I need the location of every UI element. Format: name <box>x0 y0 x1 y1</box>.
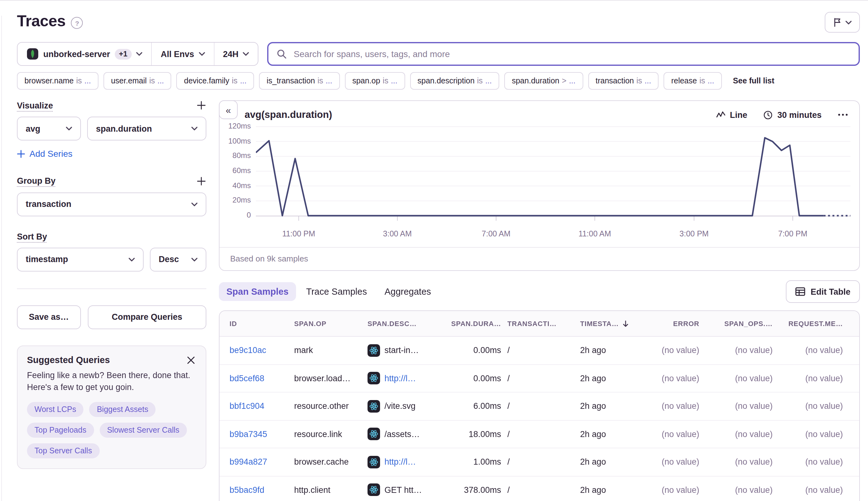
span-id-link[interactable]: be9c10ac <box>230 346 266 355</box>
column-header-span-desc-[interactable]: SPAN.DESC… <box>368 320 451 327</box>
save-as-button[interactable]: Save as… <box>17 305 81 329</box>
query-sidebar: Visualize avg span.duration Add Series G… <box>17 100 207 469</box>
suggested-query-chip[interactable]: Biggest Assets <box>89 402 156 417</box>
timestamp[interactable]: 2h ago <box>580 402 606 411</box>
table-header-row: IDSPAN.OPSPAN.DESC…SPAN.DURA…TRANSACTI…T… <box>220 311 859 337</box>
suggested-query-chip[interactable]: Top Server Calls <box>27 443 99 458</box>
column-header-label: SPAN.OP <box>294 320 326 327</box>
span-description-cell: http://l… <box>368 372 451 385</box>
filter-chip[interactable]: is_transactionis... <box>259 72 340 90</box>
filter-chip-operator: is <box>477 76 483 85</box>
suggested-query-chip[interactable]: Worst LCPs <box>27 402 84 417</box>
filter-chip[interactable]: browser.nameis... <box>17 72 98 90</box>
chart-plot-area[interactable]: 11:00 PM3:00 AM7:00 AM11:00 AM3:00 PM7:0… <box>256 122 850 247</box>
span-id-link[interactable]: b994a827 <box>230 457 267 467</box>
column-header-label: TIMESTA… <box>580 320 619 327</box>
add-series-button[interactable]: Add Series <box>17 149 72 159</box>
error-cell: (no value) <box>648 457 706 467</box>
table-row: b5bac9fdhttp.client GET htt…378.00ms/2h … <box>220 476 859 501</box>
filter-chip[interactable]: user.emailis... <box>104 72 171 90</box>
filter-chip[interactable]: span.opis... <box>345 72 405 90</box>
page-title: Traces <box>17 12 65 30</box>
timestamp[interactable]: 2h ago <box>580 457 606 467</box>
filter-chip[interactable]: span.descriptionis... <box>410 72 499 90</box>
timestamp[interactable]: 2h ago <box>580 346 606 355</box>
x-axis-label: 11:00 AM <box>579 230 611 238</box>
collapse-sidebar-button[interactable]: « <box>219 100 238 119</box>
sort-direction-select[interactable]: Desc <box>150 247 207 271</box>
timestamp-cell: 2h ago <box>580 346 648 355</box>
y-axis-label: 120ms <box>228 122 251 130</box>
filter-chip-key: span.op <box>352 76 380 85</box>
column-header-request-me-[interactable]: REQUEST.ME… <box>779 320 849 327</box>
filter-chip[interactable]: device.familyis... <box>177 72 254 90</box>
close-suggested-button[interactable] <box>186 354 196 365</box>
span-description: start-in… <box>384 346 419 355</box>
span-id-link[interactable]: bd5cef68 <box>230 374 264 383</box>
column-header-timesta-[interactable]: TIMESTA… <box>580 319 648 328</box>
timestamp[interactable]: 2h ago <box>580 485 606 495</box>
feature-flag-button[interactable] <box>825 12 860 33</box>
span-description[interactable]: http://l… <box>384 457 416 467</box>
environment-selector[interactable]: All Envs <box>152 43 213 65</box>
span-description-cell: http://l… <box>368 456 451 468</box>
search-input[interactable] <box>293 48 850 60</box>
filter-chip-operator: is <box>317 76 323 85</box>
chevron-down-icon <box>191 257 198 261</box>
group-by-select[interactable]: transaction <box>17 192 207 216</box>
span-id-link[interactable]: bbf1c904 <box>230 402 264 411</box>
filter-chip-operator: is <box>699 76 705 85</box>
filter-chip[interactable]: transactionis... <box>588 72 658 90</box>
timestamp[interactable]: 2h ago <box>580 374 606 383</box>
column-header-id[interactable]: ID <box>230 320 294 327</box>
span-id-link[interactable]: b5bac9fd <box>230 485 264 495</box>
aggregate-select[interactable]: avg <box>17 117 81 140</box>
y-axis-label: 0 <box>247 211 251 220</box>
timestamp[interactable]: 2h ago <box>580 429 606 439</box>
span-duration-cell: 0.00ms <box>451 346 507 355</box>
column-header-transacti-[interactable]: TRANSACTI… <box>507 320 580 327</box>
time-range-selector[interactable]: 24H <box>214 43 258 65</box>
column-header-span-ops-[interactable]: SPAN_OPS.… <box>706 320 779 327</box>
tab-span-samples[interactable]: Span Samples <box>219 282 296 301</box>
time-range-label: 24H <box>223 49 239 58</box>
column-header-label: REQUEST.ME… <box>788 320 843 327</box>
search-bar[interactable] <box>267 42 860 66</box>
filter-chip[interactable]: span.duration>... <box>504 72 583 90</box>
span-description: /assets… <box>384 429 420 439</box>
column-header-span-dura-[interactable]: SPAN.DURA… <box>451 320 507 327</box>
line-chart-icon <box>716 111 725 118</box>
edit-table-button[interactable]: Edit Table <box>786 280 860 303</box>
add-group-by-button[interactable] <box>196 176 207 186</box>
timestamp-cell: 2h ago <box>580 485 648 495</box>
sort-field-select[interactable]: timestamp <box>17 247 144 271</box>
field-select[interactable]: span.duration <box>87 117 207 140</box>
span-id-cell: b5bac9fd <box>230 485 294 495</box>
tab-aggregates[interactable]: Aggregates <box>377 282 438 301</box>
timestamp-cell: 2h ago <box>580 429 648 439</box>
request-method-cell: (no value) <box>779 429 849 439</box>
project-selector[interactable]: unborked-server +1 <box>18 43 151 65</box>
tab-trace-samples[interactable]: Trace Samples <box>298 282 374 301</box>
flag-icon <box>833 18 841 27</box>
span-id-cell: bbf1c904 <box>230 402 294 411</box>
suggested-query-chip[interactable]: Top Pageloads <box>27 422 94 437</box>
span-op-cell: mark <box>294 346 368 355</box>
span-id-link[interactable]: b9ba7345 <box>230 429 267 439</box>
chart-line-series <box>256 138 824 216</box>
chart-type-button[interactable]: Line <box>716 110 747 119</box>
help-icon[interactable]: ? <box>71 17 83 29</box>
error-cell: (no value) <box>648 402 706 411</box>
column-header-error[interactable]: ERROR <box>648 320 706 327</box>
suggested-query-chip[interactable]: Slowest Server Calls <box>99 422 187 437</box>
span-description[interactable]: http://l… <box>384 374 416 383</box>
column-header-span-op[interactable]: SPAN.OP <box>294 320 368 327</box>
chart-interval-button[interactable]: 30 minutes <box>764 110 822 119</box>
filter-chip-operator: is <box>149 76 155 85</box>
see-full-list-button[interactable]: See full list <box>727 76 781 85</box>
chart-more-options-button[interactable] <box>838 114 848 116</box>
x-axis-label: 3:00 PM <box>679 230 709 238</box>
compare-queries-button[interactable]: Compare Queries <box>88 305 207 329</box>
filter-chip[interactable]: releaseis... <box>664 72 722 90</box>
add-visualize-button[interactable] <box>196 100 207 110</box>
